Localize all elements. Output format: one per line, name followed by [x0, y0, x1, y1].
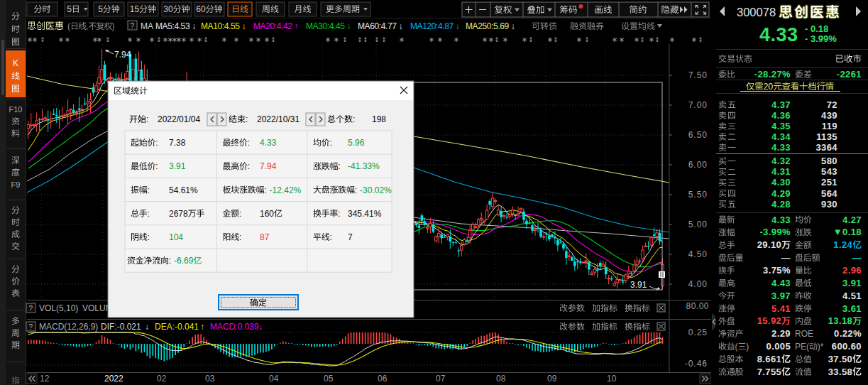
svg-text:5.50: 5.50	[688, 190, 708, 200]
svg-text:7.94: 7.94	[114, 50, 131, 60]
svg-text:3.61: 3.61	[842, 303, 862, 314]
svg-text:7.00: 7.00	[688, 100, 708, 110]
svg-text:2678: 2678	[169, 209, 188, 219]
svg-text:4.35: 4.35	[771, 121, 791, 131]
svg-text:2022/01/04: 2022/01/04	[158, 114, 200, 124]
svg-text:04: 04	[269, 374, 279, 384]
svg-text:VOL(5,10): VOL(5,10)	[39, 303, 78, 313]
svg-text::: :	[148, 209, 150, 219]
svg-text:4.34: 4.34	[771, 131, 791, 142]
svg-text:-2261: -2261	[837, 69, 862, 80]
svg-text:MACD(12,26,9): MACD(12,26,9)	[39, 322, 98, 332]
svg-text:8.661: 8.661	[757, 354, 782, 364]
svg-text:580: 580	[821, 156, 837, 166]
svg-text:20: 20	[763, 82, 773, 92]
svg-text::: :	[248, 138, 250, 148]
svg-text:30: 30	[163, 4, 173, 14]
svg-text:15: 15	[130, 4, 140, 14]
svg-text:4.37: 4.37	[771, 99, 791, 110]
svg-text:930: 930	[821, 199, 837, 210]
svg-text:104: 104	[169, 232, 183, 242]
svg-text:07: 07	[436, 374, 446, 384]
svg-text:4.00: 4.00	[688, 279, 708, 289]
svg-text:- 0.18: - 0.18	[805, 23, 828, 34]
svg-text:37.50: 37.50	[828, 354, 853, 364]
svg-text:5.96: 5.96	[348, 138, 365, 148]
svg-text:4.50: 4.50	[688, 249, 708, 259]
svg-text:600.60: 600.60	[832, 341, 862, 352]
svg-text:7.50: 7.50	[688, 70, 708, 80]
svg-text::: :	[338, 209, 340, 219]
svg-text:439: 439	[821, 110, 837, 121]
svg-text:198: 198	[372, 114, 386, 124]
svg-text:,: ,	[86, 21, 88, 31]
svg-text::: :	[146, 114, 148, 124]
svg-text:54.61%: 54.61%	[169, 185, 198, 195]
svg-text:(: (	[735, 342, 738, 352]
svg-text:—: —	[781, 252, 791, 263]
svg-text:10: 10	[607, 374, 617, 384]
svg-text::: :	[148, 232, 150, 242]
svg-text:3.91: 3.91	[630, 280, 647, 290]
svg-text:-3.99%: -3.99%	[759, 227, 791, 237]
svg-text::: :	[148, 185, 150, 195]
svg-text:-28.27%: -28.27%	[754, 69, 791, 80]
svg-text:6.50: 6.50	[688, 130, 708, 140]
svg-text:MA250:5.69: MA250:5.69	[466, 21, 509, 31]
svg-text:33.58: 33.58	[828, 367, 853, 377]
svg-text:↓: ↓	[241, 21, 246, 31]
svg-text:1.24: 1.24	[833, 239, 852, 250]
svg-text:7: 7	[348, 232, 353, 242]
svg-text:4.33: 4.33	[771, 142, 791, 153]
svg-text:MA10:4.55: MA10:4.55	[201, 21, 240, 31]
svg-text:↓: ↓	[145, 322, 149, 332]
svg-text:4.33: 4.33	[771, 215, 791, 225]
svg-text::: :	[330, 232, 332, 242]
svg-text:5.41: 5.41	[771, 303, 791, 314]
svg-text:4.32: 4.32	[771, 156, 791, 166]
svg-text:4.51: 4.51	[842, 291, 862, 301]
svg-text::: :	[330, 138, 332, 148]
svg-text:↓: ↓	[346, 21, 351, 31]
svg-text:6.00: 6.00	[688, 160, 708, 170]
svg-text:?: ?	[29, 323, 33, 331]
svg-text:09: 09	[547, 374, 557, 384]
svg-text::: :	[338, 161, 340, 171]
svg-text::: :	[155, 138, 158, 148]
svg-text:60: 60	[196, 4, 206, 14]
svg-text::: :	[246, 114, 248, 124]
svg-text:MA: MA	[141, 21, 153, 31]
svg-text:DEA:-0.041: DEA:-0.041	[155, 322, 199, 332]
svg-text:3.97: 3.97	[771, 291, 791, 301]
svg-text:03: 03	[205, 374, 215, 384]
svg-text:4.31: 4.31	[771, 166, 791, 177]
svg-text:↓: ↓	[511, 21, 515, 31]
svg-text:): )	[112, 21, 115, 31]
svg-text:05: 05	[324, 374, 334, 384]
svg-text:02: 02	[157, 374, 167, 384]
svg-text:)*: )*	[818, 342, 824, 352]
svg-text:MA120:4.87: MA120:4.87	[410, 21, 454, 31]
svg-text:7.94: 7.94	[260, 161, 277, 171]
svg-text:3364: 3364	[815, 142, 837, 153]
svg-text:345.41%: 345.41%	[348, 209, 382, 219]
svg-text:- 3.99%: - 3.99%	[805, 33, 837, 44]
svg-text::: :	[239, 232, 241, 242]
svg-text:DIF:-0.021: DIF:-0.021	[101, 322, 141, 332]
svg-text:4.30: 4.30	[771, 177, 791, 188]
svg-text:1135: 1135	[816, 131, 837, 142]
svg-text:): )	[746, 342, 749, 352]
svg-text:0.25: 0.25	[688, 327, 708, 337]
svg-text:K: K	[13, 58, 18, 68]
svg-text:12: 12	[40, 374, 50, 384]
svg-text:-0.46: -0.46	[685, 359, 708, 369]
svg-text:MA20:4.42: MA20:4.42	[253, 21, 292, 31]
svg-text:5: 5	[98, 4, 103, 14]
svg-text:251: 251	[821, 177, 837, 188]
svg-text:543: 543	[821, 166, 837, 177]
svg-text:0.22%: 0.22%	[834, 328, 862, 339]
svg-text:▼0.18: ▼0.18	[833, 227, 862, 237]
svg-text::: :	[264, 185, 266, 195]
svg-text::: :	[355, 185, 357, 195]
svg-text:-41.33%: -41.33%	[348, 161, 380, 171]
